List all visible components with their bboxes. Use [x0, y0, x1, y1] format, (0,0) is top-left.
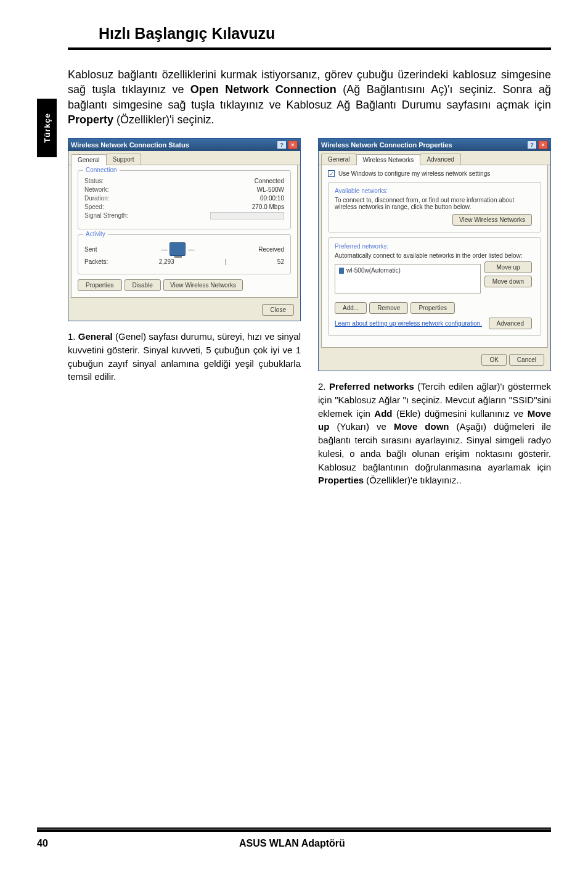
tabs-props: General Wireless Networks Advanced — [319, 151, 550, 165]
preferred-title: Preferred networks: — [335, 243, 534, 250]
cap2-b5: Properties — [318, 475, 364, 485]
footer-divider-thick — [37, 829, 551, 832]
properties-button-2[interactable]: Properties — [410, 302, 455, 314]
close-button[interactable]: Close — [262, 304, 294, 316]
titlebar-props-text: Wireless Network Connection Properties — [321, 141, 452, 149]
status-value: Connected — [255, 178, 284, 184]
learn-link[interactable]: Learn about setting up wireless network … — [335, 320, 482, 327]
move-down-button[interactable]: Move down — [484, 276, 532, 287]
tab-general[interactable]: General — [71, 154, 107, 165]
cap2-b1: Preferred networks — [329, 381, 414, 392]
speed-key: Speed: — [84, 203, 104, 210]
move-up-button[interactable]: Move up — [484, 261, 532, 273]
ok-button[interactable]: OK — [481, 354, 506, 366]
packets-key: Packets: — [84, 258, 108, 265]
dialog-connection-status: Wireless Network Connection Status ? × G… — [68, 138, 301, 321]
signal-key: Signal Strength: — [84, 212, 128, 221]
cap1-num: 1. — [68, 331, 78, 342]
page-number: 40 — [37, 838, 48, 849]
view-wireless-button[interactable]: View Wireless Networks — [163, 279, 243, 291]
footer-divider-thin — [37, 828, 551, 829]
cap2-p2: (Ekle) düğmesini kullanınız ve — [393, 408, 528, 419]
dialog-connection-properties: Wireless Network Connection Properties ?… — [318, 138, 551, 371]
group-connection: Connection Status:Connected Network:WL-5… — [78, 170, 291, 229]
view-wireless-button-2[interactable]: View Wireless Networks — [452, 214, 532, 226]
network-value: WL-500W — [257, 186, 284, 193]
footer-title: ASUS WLAN Adaptörü — [48, 838, 536, 849]
cap2-b2: Add — [374, 408, 392, 419]
list-item-label: wl-500w(Automatic) — [346, 267, 401, 274]
received-label: Received — [258, 246, 284, 253]
caption-1: 1. General (Genel) sayfası durumu, sürey… — [68, 330, 301, 384]
caption-2: 2. Preferred networks (Tercih edilen ağl… — [318, 380, 551, 487]
tab-advanced[interactable]: Advanced — [420, 154, 460, 165]
remove-button[interactable]: Remove — [369, 302, 408, 314]
properties-button[interactable]: Properties — [78, 279, 122, 291]
preferred-list[interactable]: wl-500w(Automatic) — [335, 264, 481, 294]
available-title: Available networks: — [335, 187, 534, 194]
monitor-icon — [169, 242, 186, 256]
available-desc: To connect to, disconnect from, or find … — [335, 197, 534, 210]
list-item[interactable]: wl-500w(Automatic) — [339, 267, 476, 274]
status-key: Status: — [84, 178, 104, 184]
close-icon[interactable]: × — [288, 141, 298, 149]
language-label: Türkçe — [43, 113, 52, 143]
group-activity-title: Activity — [83, 231, 108, 237]
duration-value: 00:00:10 — [260, 195, 284, 202]
preferred-desc: Automatically connect to available netwo… — [335, 252, 534, 259]
cancel-button[interactable]: Cancel — [509, 354, 544, 366]
tab-support[interactable]: Support — [106, 154, 141, 165]
page-title: Hızlı Başlangıç Kılavuzu — [99, 25, 551, 43]
close-icon[interactable]: × — [538, 141, 548, 149]
tab-wireless-networks[interactable]: Wireless Networks — [356, 154, 421, 165]
cap2-p5: (Özellikler)'e tıklayınız.. — [364, 475, 462, 485]
group-available: Available networks: To connect to, disco… — [328, 182, 541, 232]
intro-bold-2: Property — [68, 113, 113, 126]
cap2-num: 2. — [318, 381, 329, 392]
speed-value: 270.0 Mbps — [252, 203, 284, 210]
duration-key: Duration: — [84, 195, 110, 202]
intro-bold-1: Open Network Connection — [190, 83, 337, 96]
use-windows-checkbox[interactable]: ✓ — [328, 170, 335, 177]
tab-general-2[interactable]: General — [321, 154, 357, 165]
titlebar-props: Wireless Network Connection Properties ?… — [319, 139, 550, 151]
add-button[interactable]: Add... — [335, 302, 367, 314]
cap2-b4: Move down — [394, 421, 449, 432]
advanced-button[interactable]: Advanced — [489, 318, 532, 329]
page-footer: 40 ASUS WLAN Adaptörü — [37, 828, 551, 849]
tower-icon — [339, 268, 344, 274]
help-icon[interactable]: ? — [527, 141, 537, 149]
tabs-status: General Support — [68, 151, 300, 165]
language-side-tab: Türkçe — [37, 99, 57, 157]
sent-label: Sent — [84, 246, 97, 253]
group-connection-title: Connection — [83, 166, 120, 173]
titlebar-status-text: Wireless Network Connection Status — [71, 141, 189, 149]
intro-paragraph: Kablosuz bağlantı özelliklerini kurmak i… — [68, 67, 551, 127]
packets-recv: 52 — [277, 258, 284, 265]
intro-text-3: (Özellikler)'i seçiniz. — [113, 113, 214, 126]
signal-strength-bar — [210, 212, 284, 220]
group-activity: Activity Sent — — Received Packets: 2,29… — [78, 234, 291, 274]
cap1-b1: General — [78, 331, 113, 342]
use-windows-label: Use Windows to configure my wireless net… — [338, 170, 490, 177]
header-divider — [68, 47, 551, 50]
titlebar-status: Wireless Network Connection Status ? × — [68, 139, 300, 151]
cap2-p3: (Yukarı) ve — [329, 421, 394, 432]
help-icon[interactable]: ? — [277, 141, 287, 149]
group-preferred: Preferred networks: Automatically connec… — [328, 237, 541, 336]
network-key: Network: — [84, 186, 108, 193]
disable-button[interactable]: Disable — [125, 279, 161, 291]
packets-sent: 2,293 — [159, 258, 174, 265]
